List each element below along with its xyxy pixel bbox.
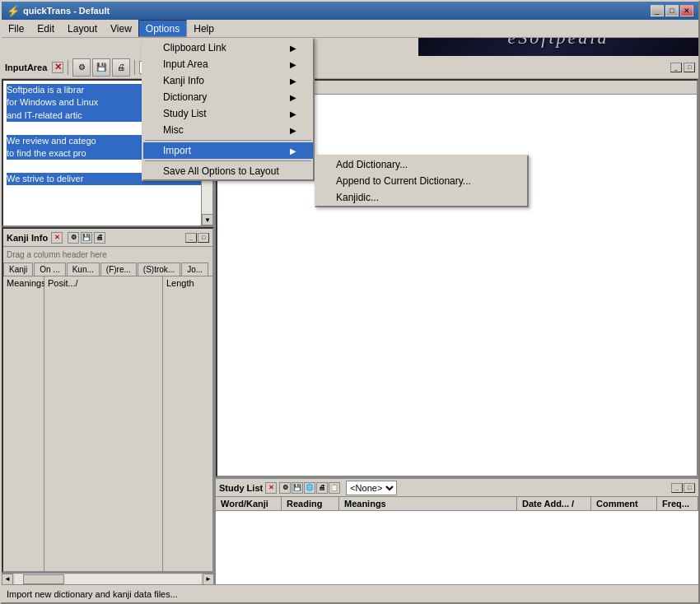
tab-kanji[interactable]: Kanji bbox=[3, 263, 33, 276]
menu-import[interactable]: Import ▶ bbox=[143, 142, 313, 159]
study-list-label: Study List bbox=[219, 483, 263, 493]
left-scrollbar-h[interactable]: ◄ ► bbox=[2, 573, 214, 584]
kanji-panel-header: Kanji Info ✕ ⚙ 💾 🖨 _ □ bbox=[3, 229, 212, 247]
menu-misc[interactable]: Misc ▶ bbox=[143, 122, 313, 138]
study-save-btn[interactable]: 💾 bbox=[292, 482, 303, 494]
toolbar-gear[interactable]: ⚙ bbox=[72, 58, 91, 77]
menu-edit[interactable]: Edit bbox=[30, 20, 61, 37]
col-meanings: Meanings bbox=[339, 497, 517, 510]
kanji-gear-btn[interactable]: ⚙ bbox=[68, 232, 79, 244]
menu-help[interactable]: Help bbox=[187, 20, 221, 37]
kanji-maximize-btn[interactable]: □ bbox=[198, 233, 209, 243]
study-copy-btn[interactable]: 📋 bbox=[329, 482, 340, 494]
h-scroll-track bbox=[15, 574, 201, 584]
tab-fre[interactable]: (F)re... bbox=[100, 263, 137, 276]
input-close-btn[interactable]: ✕ bbox=[52, 62, 63, 73]
kanji-length-col: Length bbox=[163, 276, 212, 571]
menu-save-options[interactable]: Save All Options to Layout bbox=[143, 163, 313, 179]
submenu-add-dictionary[interactable]: Add Dictionary... bbox=[316, 156, 527, 173]
menu-kanji-info[interactable]: Kanji Info ▶ bbox=[143, 72, 313, 89]
menu-view[interactable]: View bbox=[104, 20, 138, 37]
title-bar-controls: _ □ ✕ bbox=[651, 5, 693, 16]
tab-on[interactable]: On ... bbox=[34, 263, 65, 276]
col-reading: Reading bbox=[282, 497, 339, 510]
study-close-btn[interactable]: ✕ bbox=[265, 482, 277, 494]
arrow-icon: ▶ bbox=[290, 44, 296, 53]
scroll-right-btn[interactable]: ► bbox=[203, 574, 214, 585]
status-bar: Import new dictionary and kanji data fil… bbox=[2, 584, 698, 602]
submenu-kanjidic[interactable]: Kanjidic... bbox=[316, 189, 527, 206]
menu-bar: File Edit Layout View Options Help bbox=[2, 20, 698, 38]
study-list-columns: Word/Kanji Reading Meanings Date Add... … bbox=[216, 497, 698, 511]
tab-stroke[interactable]: (S)trok... bbox=[138, 263, 180, 276]
separator-1 bbox=[145, 140, 311, 141]
arrow-icon-4: ▶ bbox=[290, 93, 296, 102]
kanji-info-label: Kanji Info bbox=[7, 233, 48, 243]
tab-jo[interactable]: Jo... bbox=[181, 263, 208, 276]
toolbar-print[interactable]: 🖨 bbox=[112, 58, 130, 77]
menu-file[interactable]: File bbox=[2, 20, 30, 37]
menu-layout[interactable]: Layout bbox=[61, 20, 104, 37]
study-none-select[interactable]: <None> bbox=[346, 481, 397, 495]
menu-input-area[interactable]: Input Area ▶ bbox=[143, 56, 313, 72]
scroll-down-btn[interactable]: ▼ bbox=[202, 214, 213, 225]
menu-options[interactable]: Options bbox=[138, 20, 187, 37]
arrow-icon-7: ▶ bbox=[290, 146, 296, 156]
arrow-icon-2: ▶ bbox=[290, 60, 296, 69]
title-bar: ⚡ quickTrans - Default _ □ ✕ bbox=[2, 2, 698, 20]
close-button[interactable]: ✕ bbox=[680, 5, 693, 16]
tab-kun[interactable]: Kun... bbox=[67, 263, 100, 276]
h-scroll-thumb[interactable] bbox=[23, 574, 64, 584]
separator-2 bbox=[145, 160, 311, 161]
study-list-content bbox=[216, 511, 698, 584]
minimize-button[interactable]: _ bbox=[651, 5, 664, 16]
arrow-icon-3: ▶ bbox=[290, 77, 296, 86]
main-toolbar: InputArea ✕ ⚙ 💾 🖨 Aa 文 SJIS UTF-8 EUC-JP… bbox=[2, 56, 698, 79]
toolbar-save[interactable]: 💾 bbox=[92, 58, 110, 77]
study-gear-btn[interactable]: ⚙ bbox=[279, 482, 291, 494]
kanji-tab-row: Kanji On ... Kun... (F)re... (S)trok... … bbox=[3, 263, 212, 276]
options-dropdown: Clipboard Link ▶ Input Area ▶ Kanji Info… bbox=[142, 38, 315, 181]
menu-clipboard-link[interactable]: Clipboard Link ▶ bbox=[143, 39, 313, 56]
study-list-header: Study List ✕ ⚙ 💾 🌐 🖨 📋 <None> bbox=[216, 479, 698, 497]
submenu-append-dictionary[interactable]: Append to Current Dictionary... bbox=[316, 173, 527, 189]
study-minimize-btn[interactable]: _ bbox=[671, 483, 683, 493]
menu-dictionary[interactable]: Dictionary ▶ bbox=[143, 89, 313, 105]
study-print-btn[interactable]: 🖨 bbox=[316, 482, 328, 494]
toolbar-minimize[interactable]: _ bbox=[670, 63, 682, 72]
menu-study-list[interactable]: Study List ▶ bbox=[143, 105, 313, 122]
drag-hint: Drag a column header here bbox=[3, 247, 212, 263]
app-title: quickTrans - Default bbox=[23, 6, 110, 16]
arrow-icon-6: ▶ bbox=[290, 126, 296, 135]
kanji-close-btn[interactable]: ✕ bbox=[51, 232, 63, 244]
study-web-btn[interactable]: 🌐 bbox=[304, 482, 315, 494]
study-maximize-btn[interactable]: □ bbox=[684, 483, 695, 493]
arrow-icon-5: ▶ bbox=[290, 109, 296, 118]
kanji-print-btn[interactable]: 🖨 bbox=[94, 232, 105, 244]
col-date-added: Date Add... / bbox=[517, 497, 591, 510]
study-list-panel: Study List ✕ ⚙ 💾 🌐 🖨 📋 <None> bbox=[216, 477, 698, 584]
col-freq: Freq... bbox=[657, 497, 698, 510]
status-message: Import new dictionary and kanji data fil… bbox=[7, 589, 178, 599]
kanji-minimize-btn[interactable]: _ bbox=[185, 233, 197, 243]
toolbar-maximize[interactable]: □ bbox=[684, 63, 695, 72]
kanji-meanings-col: Meanings bbox=[3, 276, 44, 571]
scroll-left-btn[interactable]: ◄ bbox=[2, 574, 13, 585]
kanji-save-btn[interactable]: 💾 bbox=[81, 232, 92, 244]
import-submenu: Add Dictionary... Append to Current Dict… bbox=[315, 155, 529, 207]
col-comment: Comment bbox=[591, 497, 657, 510]
maximize-button[interactable]: □ bbox=[665, 5, 679, 16]
col-word-kanji: Word/Kanji bbox=[216, 497, 282, 510]
input-area-label: InputArea bbox=[5, 63, 47, 72]
kanji-posit-col: Posit.../ bbox=[44, 276, 163, 571]
